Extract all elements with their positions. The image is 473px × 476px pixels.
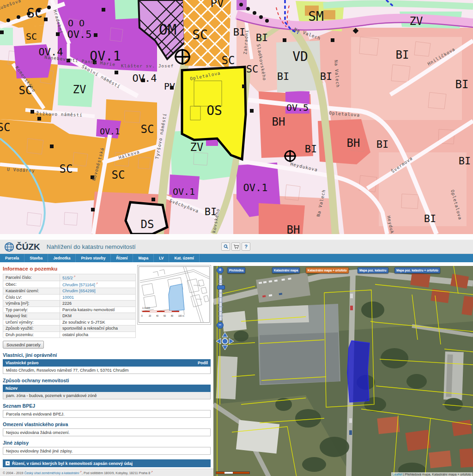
search-icon[interactable]	[221, 242, 230, 251]
zone-label: SC	[26, 31, 37, 42]
zone-label: BI	[205, 206, 217, 217]
protection-col: Název	[6, 386, 18, 391]
highlighted-parcel[interactable]	[347, 341, 370, 402]
parcel-info-panel: Informace o pozemku Parcelní číslo:515/2…	[0, 262, 213, 476]
zone-label: BI	[396, 48, 409, 61]
value-link[interactable]: Chrudim [571164]	[62, 283, 95, 287]
leaflet-link[interactable]: Leaflet	[393, 473, 402, 476]
row-label: Určení výměry:	[3, 319, 60, 325]
row-value: Chrudim [654299]	[60, 288, 136, 295]
cuzk-link[interactable]: Český úřad zeměměřický a katastrální	[24, 471, 79, 475]
zoom-out-button[interactable]: −	[217, 322, 224, 329]
zone-label: BH	[287, 223, 300, 234]
protection-row: pam. zóna - budova, pozemek v památkové …	[3, 392, 211, 399]
zoning-map-canvas: RubešovaHradebníNanebevzetí Panny MarieK…	[0, 0, 473, 234]
table-row: Způsob využití:sportoviště a rekreační p…	[3, 325, 136, 332]
highlighted-parcel-minimap	[169, 284, 184, 311]
logo-text: ČÚZK	[16, 242, 40, 252]
row-label: Parcelní číslo:	[3, 274, 60, 281]
tab-pr-vo-stavby[interactable]: Právo stavby	[76, 254, 111, 262]
help-icon[interactable]: ?	[242, 242, 250, 251]
neighbor-parcels-button[interactable]: Sousední parcely	[3, 341, 44, 349]
zone-label: BI	[455, 78, 469, 91]
cuzk-logo[interactable]: ČÚZK	[4, 242, 40, 252]
tab-jednotka[interactable]: Jednotka	[48, 254, 76, 262]
zone-label: ZV	[410, 15, 423, 28]
external-link-icon: ↗	[96, 282, 98, 285]
row-value: Ze souřadnic v S-JTSK	[60, 319, 136, 325]
ruler-label: 80	[171, 315, 174, 317]
layer-button-mapa-poz-katastru[interactable]: Mapa poz. katastru	[358, 267, 388, 273]
zone-label: OV.5	[286, 102, 309, 113]
zone-label: SC	[192, 27, 208, 42]
zone-label: PV	[211, 0, 224, 10]
tab--zen-[interactable]: Řízení	[111, 254, 133, 262]
other-records-row: Nejsou evidovány žádné jiné zápisy.	[3, 447, 211, 455]
zone-label: BI	[459, 155, 471, 167]
zoom-slider-handle[interactable]	[217, 285, 225, 289]
row-label: Mapový list:	[3, 313, 60, 319]
table-row: Výměra [m²]:2226	[3, 301, 136, 307]
zoom-control[interactable]: + −	[215, 267, 234, 329]
row-value: Chrudim [571164]↗	[60, 281, 136, 288]
cadastral-map-panel[interactable]: Přehledka Katastrální mapaKatastrální ma…	[213, 266, 473, 476]
tab-parcela[interactable]: Parcela	[0, 254, 24, 262]
tab-kat-zem-[interactable]: Kat. území	[169, 254, 200, 262]
protection-heading: Způsob ochrany nemovitosti	[3, 378, 211, 383]
table-row: Typ parcely:Parcela katastru nemovitostí	[3, 307, 136, 313]
tab-lv[interactable]: LV	[154, 254, 169, 262]
value-link[interactable]: 515/2	[62, 276, 73, 280]
zone-label: SC	[141, 123, 154, 136]
zone-label: ZV	[190, 141, 204, 154]
layer-button-katastr-ln-mapa[interactable]: Katastrální mapa	[272, 267, 300, 273]
zoom-in-button[interactable]: +	[217, 267, 224, 274]
zone-label: BI	[277, 71, 290, 82]
row-label: Obec:	[3, 281, 60, 288]
layer-button-mapa-poz-katastru-ortofoto[interactable]: Mapa poz. katastru + ortofoto	[394, 267, 440, 273]
zone-label: BH	[272, 115, 285, 128]
zone-label: BI	[233, 26, 246, 38]
row-value: ostatní plocha	[60, 331, 136, 338]
zone-label: O O	[68, 18, 85, 29]
page-footer: © 2004 - 2019 Český úřad zeměměřický a k…	[0, 469, 213, 476]
value-link[interactable]: Chrudim [654299]	[62, 289, 96, 293]
parcel-minimap[interactable]: 1:3 000 020406080100 m	[137, 265, 211, 325]
zoning-plan-map: RubešovaHradebníNanebevzetí Panny MarieK…	[0, 0, 473, 234]
bpej-row: Parcela nemá evidované BPEJ.	[3, 410, 211, 418]
zone-label: OV.1	[173, 186, 195, 197]
separator	[0, 234, 473, 240]
other-records-heading: Jiné zápisy	[3, 440, 211, 446]
zone-label: OV.1	[100, 127, 120, 136]
table-row: Číslo LV:10001	[3, 294, 136, 301]
map-scale-bar	[216, 471, 250, 474]
tab-mapa[interactable]: Mapa	[133, 254, 154, 262]
zone-label: OS	[206, 103, 222, 118]
owners-heading: Vlastníci, jiní oprávnění	[3, 352, 211, 358]
zone-label: BI	[376, 139, 389, 150]
layer-button-katastr-ln-mapa-ortofoto[interactable]: Katastrální mapa + ortofoto	[306, 267, 349, 273]
tab-stavba[interactable]: Stavba	[24, 254, 48, 262]
zone-label: OV.5	[67, 29, 92, 40]
proceedings-bar[interactable]: + Řízení, v rámci kterých byl k nemovito…	[3, 459, 211, 467]
restrictions-heading: Omezení vlastnického práva	[3, 422, 211, 427]
parcel-info-table: Parcelní číslo:515/2↗Obec:Chrudim [57116…	[3, 274, 136, 338]
row-label: Způsob využití:	[3, 325, 60, 332]
street-label: Klášter sv. Josef	[121, 63, 174, 68]
zone-label: BI	[305, 143, 317, 155]
zone-label: PV	[164, 81, 175, 92]
pan-compass[interactable]	[215, 331, 235, 351]
row-value: Parcela katastru nemovitostí	[60, 307, 136, 313]
row-label: Druh pozemku:	[3, 331, 60, 338]
ortofoto-map[interactable]	[213, 266, 473, 476]
zone-label: OV.1	[90, 48, 121, 64]
zone-label: OV.4	[39, 46, 63, 58]
ruler-label: 0	[141, 315, 143, 317]
ruler-label: 20	[149, 315, 152, 317]
zoom-slider[interactable]	[219, 275, 222, 321]
zone-label: OV.1	[243, 182, 268, 193]
ruler-label: 40	[156, 315, 159, 317]
value-link[interactable]: 10001	[62, 295, 74, 300]
cart-icon[interactable]	[231, 242, 240, 251]
owners-table-header: Vlastnické právo Podíl	[3, 359, 211, 367]
zone-label: SC	[246, 63, 259, 75]
